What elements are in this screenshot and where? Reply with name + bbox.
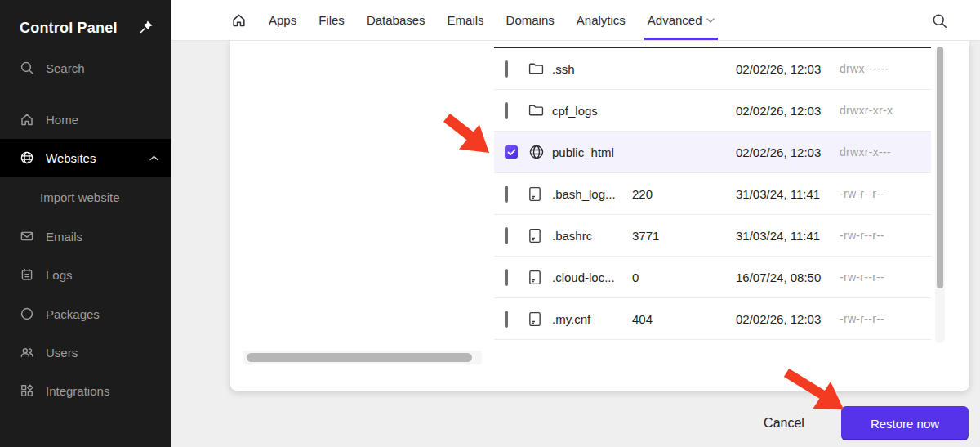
control-panel-app: Control Panel Search Home Websites Impor… — [0, 0, 980, 447]
file-icon — [528, 311, 541, 327]
chevron-up-icon — [149, 155, 158, 161]
nav-home-button[interactable] — [231, 0, 247, 40]
file-name: .ssh — [552, 62, 632, 76]
sidebar-item-integrations[interactable]: Integrations — [0, 373, 172, 409]
search-icon — [20, 60, 34, 75]
file-name: .bash_log... — [552, 187, 632, 201]
sidebar-item-logs[interactable]: Logs — [0, 257, 172, 293]
row-checkbox-checked[interactable] — [505, 145, 518, 159]
top-nav: Apps Files Databases Emails Domains Anal… — [172, 0, 980, 41]
file-size: 220 — [632, 187, 736, 201]
file-modified: 02/02/26, 12:03 — [736, 312, 840, 326]
file-modified: 31/03/24, 11:41 — [736, 187, 840, 201]
file-icon — [528, 270, 541, 285]
file-modified: 31/03/24, 11:41 — [736, 229, 840, 243]
home-icon — [20, 112, 34, 127]
globe-icon — [20, 150, 34, 165]
table-row-my-cnf[interactable]: .my.cnf 404 02/02/26, 12:03 -rw-r--r-- — [494, 298, 931, 340]
file-icon — [528, 186, 541, 202]
file-permissions: -rw-r--r-- — [840, 270, 931, 284]
sidebar-item-label: Users — [46, 346, 158, 360]
sidebar-item-label: Logs — [46, 268, 158, 282]
users-icon — [20, 345, 34, 360]
row-checkbox[interactable] — [505, 102, 508, 119]
file-icon — [528, 228, 541, 244]
table-row-bash-logout[interactable]: .bash_log... 220 31/03/24, 11:41 -rw-r--… — [494, 173, 931, 215]
table-row-cloud-locale[interactable]: .cloud-loc... 0 16/07/24, 08:50 -rw-r--r… — [494, 257, 931, 298]
file-permissions: -rw-r--r-- — [840, 229, 931, 242]
tab-files[interactable]: Files — [318, 0, 345, 40]
tab-emails[interactable]: Emails — [448, 0, 484, 40]
tab-apps[interactable]: Apps — [269, 0, 296, 40]
sidebar: Control Panel Search Home Websites Impor… — [0, 0, 172, 447]
file-modified: 02/02/26, 12:03 — [736, 104, 840, 118]
file-table: .ssh 02/02/26, 12:03 drwx------ cpf_logs… — [494, 47, 931, 340]
sidebar-item-label: Packages — [46, 307, 158, 321]
file-permissions: -rw-r--r-- — [840, 187, 931, 200]
packages-icon — [20, 306, 34, 321]
file-size: 404 — [632, 312, 736, 326]
sidebar-item-websites[interactable]: Websites — [0, 139, 172, 177]
tab-advanced[interactable]: Advanced — [648, 0, 715, 40]
restore-dialog: .ssh 02/02/26, 12:03 drwx------ cpf_logs… — [230, 41, 969, 391]
file-permissions: drwx------ — [840, 62, 931, 75]
file-size: 0 — [632, 270, 736, 284]
file-name: .my.cnf — [552, 312, 632, 326]
row-checkbox[interactable] — [505, 186, 508, 203]
globe-icon — [528, 144, 545, 160]
file-name: .bashrc — [552, 229, 632, 243]
header-search-button[interactable] — [932, 0, 947, 41]
table-row-ssh[interactable]: .ssh 02/02/26, 12:03 drwx------ — [494, 48, 931, 90]
mail-icon — [20, 229, 34, 244]
sidebar-item-label: Search — [46, 61, 158, 75]
sidebar-item-label: Import website — [40, 190, 158, 204]
sidebar-title: Control Panel — [20, 20, 118, 37]
horizontal-scrollbar[interactable] — [243, 351, 482, 364]
chevron-down-icon — [706, 18, 715, 23]
vertical-scrollbar-thumb[interactable] — [937, 47, 943, 288]
table-row-cpf-logs[interactable]: cpf_logs 02/02/26, 12:03 drwxr-xr-x — [494, 90, 931, 132]
sidebar-item-import-website[interactable]: Import website — [0, 179, 172, 215]
file-modified: 16/07/24, 08:50 — [736, 270, 840, 284]
row-checkbox[interactable] — [505, 269, 508, 286]
sidebar-item-label: Home — [46, 113, 158, 127]
row-checkbox[interactable] — [505, 227, 508, 244]
horizontal-scrollbar-thumb[interactable] — [247, 353, 472, 362]
file-name: public_html — [552, 145, 632, 159]
row-checkbox[interactable] — [505, 311, 508, 328]
file-permissions: -rw-r--r-- — [840, 312, 931, 325]
file-modified: 02/02/26, 12:03 — [736, 145, 840, 159]
sidebar-item-label: Emails — [46, 230, 158, 244]
table-row-bashrc[interactable]: .bashrc 3771 31/03/24, 11:41 -rw-r--r-- — [494, 215, 931, 257]
folder-icon — [528, 62, 544, 75]
logs-icon — [20, 267, 34, 282]
file-modified: 02/02/26, 12:03 — [736, 62, 840, 76]
sidebar-item-users[interactable]: Users — [0, 334, 172, 370]
table-row-public-html[interactable]: public_html 02/02/26, 12:03 drwxr-x--- — [494, 132, 931, 173]
sidebar-item-label: Websites — [46, 151, 138, 165]
tab-analytics[interactable]: Analytics — [577, 0, 626, 40]
integrations-icon — [20, 383, 34, 398]
sidebar-item-emails[interactable]: Emails — [0, 218, 172, 254]
vertical-scrollbar[interactable] — [935, 47, 945, 343]
file-permissions: drwxr-xr-x — [840, 104, 931, 117]
search-icon — [932, 13, 947, 29]
sidebar-item-search[interactable]: Search — [0, 50, 172, 86]
file-name: cpf_logs — [552, 104, 632, 118]
sidebar-item-packages[interactable]: Packages — [0, 296, 172, 332]
row-checkbox[interactable] — [505, 60, 508, 78]
sidebar-item-home[interactable]: Home — [0, 101, 172, 137]
restore-now-button[interactable]: Restore now — [841, 406, 969, 440]
tab-domains[interactable]: Domains — [506, 0, 555, 40]
file-permissions: drwxr-x--- — [840, 145, 931, 159]
file-size: 3771 — [632, 229, 736, 243]
cancel-button[interactable]: Cancel — [751, 406, 817, 440]
tab-databases[interactable]: Databases — [367, 0, 425, 40]
pin-icon[interactable] — [140, 20, 154, 37]
home-icon — [231, 12, 247, 28]
sidebar-item-label: Integrations — [46, 384, 158, 398]
folder-icon — [528, 104, 544, 117]
file-name: .cloud-loc... — [552, 270, 632, 284]
